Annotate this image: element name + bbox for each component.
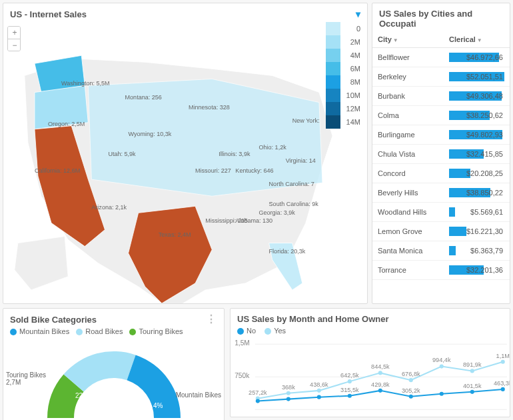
state-label: Oregon: 2,5M <box>48 121 85 127</box>
legend-row: 14M <box>326 115 360 129</box>
bar-cell: $38.850,22 <box>449 187 504 199</box>
state-label: Alabama: 130 <box>235 217 272 224</box>
data-point[interactable] <box>317 395 321 399</box>
point-label: 368k <box>282 384 295 391</box>
table-row[interactable]: Beverly Hills$38.850,22 <box>372 183 510 203</box>
mountain-label: Mountain Bikes <box>176 391 221 399</box>
bar-cell: $46.972,66 <box>449 51 504 63</box>
mountain-pct: 42.4% <box>144 402 163 409</box>
city-cell: Lemon Grove <box>372 222 444 241</box>
bar-cell: $49.802,93 <box>449 129 504 141</box>
city-cell: Chula Vista <box>372 145 444 164</box>
zoom-in-button[interactable]: + <box>8 27 21 39</box>
point-label: 891,9k <box>463 361 482 368</box>
data-point[interactable] <box>317 389 321 393</box>
legend-row: 4M <box>326 49 360 62</box>
line-legend: No Yes <box>231 327 510 337</box>
bar-cell: $5.569,61 <box>449 206 504 218</box>
table-row[interactable]: Torrance$32.201,36 <box>372 261 510 280</box>
table-row[interactable]: Colma$38.250,62 <box>372 106 510 125</box>
city-cell: Santa Monica <box>372 241 444 261</box>
bar-cell: $6.363,79 <box>449 245 504 257</box>
legend-row: 8M <box>326 75 360 89</box>
map-legend: 02M4M6M8M10M12M14M <box>326 22 360 129</box>
point-label: 844,5k <box>371 363 390 370</box>
us-map[interactable]: Washington: 5,5MMontana: 256Minnesota: 3… <box>3 22 367 303</box>
bar-cell: $49.306,48 <box>449 90 504 102</box>
table-row[interactable]: Lemon Grove$16.221,30 <box>372 222 510 241</box>
data-point[interactable] <box>378 371 382 375</box>
city-cell: Woodland Hills <box>372 203 444 222</box>
state-label: Virginia: 14 <box>286 157 316 164</box>
data-point[interactable] <box>440 365 444 369</box>
city-cell: Torrance <box>372 261 444 280</box>
state-label: Utah: 5,9k <box>108 151 136 157</box>
table-row[interactable]: Burlingame$49.802,93 <box>372 125 510 145</box>
zoom-out-button[interactable]: − <box>8 39 21 51</box>
zoom-control: + − <box>7 26 21 51</box>
table-row[interactable]: Woodland Hills$5.569,61 <box>372 203 510 222</box>
col-metric[interactable]: Clerical▼ <box>444 31 510 48</box>
point-label: 1,1M <box>496 353 510 359</box>
table-row[interactable]: Berkeley$52.051,51 <box>372 67 510 87</box>
table-title: US Sales by Cities and Occupati <box>379 9 503 29</box>
legend-item: Mountain Bikes <box>10 327 69 335</box>
state-label: California: 12,6M <box>35 167 80 174</box>
data-point[interactable] <box>348 379 352 383</box>
point-label: 676,8k <box>402 371 420 377</box>
donut-chart[interactable]: Touring Bikes 2,7M Mountain Bikes 22.5% … <box>3 338 224 420</box>
data-point[interactable] <box>348 394 352 398</box>
table-row[interactable]: Santa Monica$6.363,79 <box>372 241 510 261</box>
cities-table: City▼ Clerical▼ Bellflower$46.972,66Berk… <box>372 31 510 280</box>
pie-title: Sold Bike Categories <box>10 315 97 325</box>
data-point[interactable] <box>256 399 260 403</box>
point-label: 429,8k <box>371 381 390 388</box>
data-point[interactable] <box>286 391 290 395</box>
city-cell: Burbank <box>372 87 444 106</box>
ytick: 750k <box>235 372 250 379</box>
state-label: Kentucky: 646 <box>235 167 273 174</box>
state-label: Arizona: 2,1k <box>91 204 127 211</box>
touring-pct: 22.5% <box>75 392 94 399</box>
map-panel: US - Internet Sales ▾ + − 02M4M6M8M10M12… <box>3 3 368 304</box>
touring-label: Touring Bikes <box>6 371 46 379</box>
table-row[interactable]: Chula Vista$32.415,85 <box>372 145 510 164</box>
filter-icon[interactable]: ▾ <box>356 9 360 19</box>
table-row[interactable]: Bellflower$46.972,66 <box>372 48 510 67</box>
city-cell: Berkeley <box>372 67 444 87</box>
map-title: US - Internet Sales <box>10 9 87 19</box>
data-point[interactable] <box>501 360 505 364</box>
point-label: 642,5k <box>340 372 359 379</box>
state-label: Florida: 20,3k <box>269 248 306 255</box>
state-label: Georgia: 3,9k <box>259 209 296 216</box>
city-cell: Concord <box>372 164 444 183</box>
state-label: Wyoming: 10,3k <box>129 131 172 137</box>
bar-cell: $52.051,51 <box>449 71 504 83</box>
line-panel: US Sales by Month and Home Owner No Yes … <box>230 308 510 417</box>
line-chart[interactable]: 1,5M 750k 257,2k368k438,6k642,5k844,5k67… <box>231 337 510 412</box>
state-label: Texas: 2,4M <box>159 231 191 238</box>
legend-yes: Yes <box>274 327 286 335</box>
data-point[interactable] <box>470 369 474 373</box>
table-panel: US Sales by Cities and Occupati City▼ Cl… <box>372 3 510 304</box>
pie-legend: Mountain BikesRoad BikesTouring Bikes <box>3 327 224 338</box>
data-point[interactable] <box>440 392 444 396</box>
data-point[interactable] <box>286 397 290 401</box>
table-row[interactable]: Burbank$49.306,48 <box>372 87 510 106</box>
state-label: North Carolina: 7 <box>269 181 314 187</box>
state-label: Missouri: 227 <box>195 167 231 174</box>
col-city[interactable]: City▼ <box>372 31 444 48</box>
bar-cell: $16.221,30 <box>449 225 504 237</box>
data-point[interactable] <box>409 378 413 382</box>
table-row[interactable]: Concord$20.208,25 <box>372 164 510 183</box>
data-point[interactable] <box>378 389 382 393</box>
city-cell: Bellflower <box>372 48 444 67</box>
data-point[interactable] <box>409 395 413 399</box>
point-label: 257,2k <box>249 389 267 396</box>
data-point[interactable] <box>501 387 505 391</box>
state-label: Ohio: 1,2k <box>259 144 287 151</box>
more-icon[interactable]: ⋮ <box>206 314 217 325</box>
state-label: South Carolina: 9k <box>269 201 319 207</box>
legend-row: 10M <box>326 89 360 102</box>
data-point[interactable] <box>470 390 474 394</box>
